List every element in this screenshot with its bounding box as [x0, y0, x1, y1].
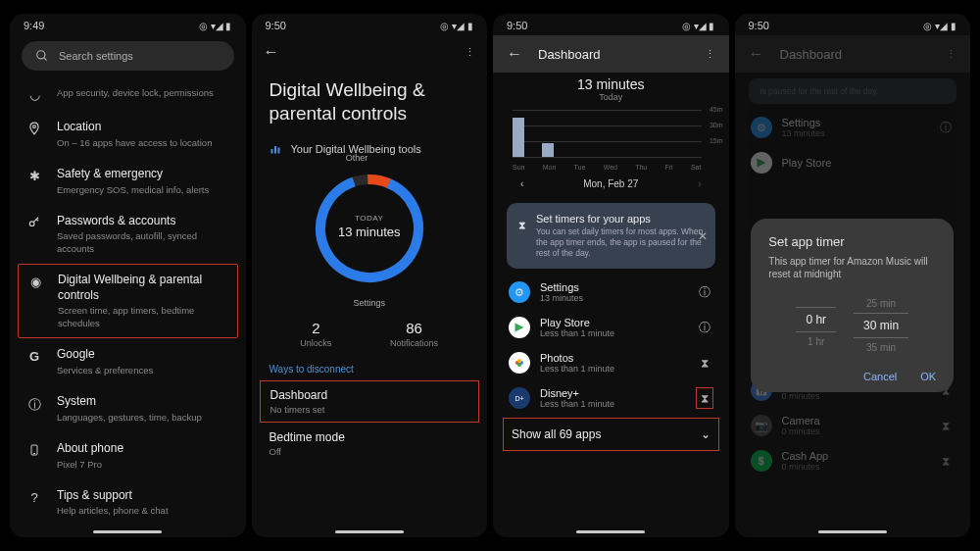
playstore-app-icon [509, 317, 530, 338]
phone-icon [25, 441, 43, 457]
weekly-chart[interactable]: 45m 30m 15m Sun Mon Tue Wed Thu Fri Sat [493, 104, 729, 171]
info-icon[interactable]: ⓘ [696, 320, 713, 336]
status-icons: ◎ ▾◢ ▮ [440, 21, 473, 31]
page-title: Digital Wellbeing & parental controls [252, 69, 488, 139]
dashboard-topbar: ← Dashboard ⋮ [493, 35, 729, 73]
chart-icon [270, 143, 281, 155]
nav-pill[interactable] [335, 530, 404, 533]
prev-day-icon[interactable]: ‹ [520, 178, 523, 189]
shield-icon: ◡ [25, 85, 43, 102]
google-icon: G [25, 347, 43, 364]
search-settings[interactable]: Search settings [22, 41, 234, 71]
screen-dashboard: 9:50 ◎ ▾◢ ▮ ← Dashboard ⋮ 13 minutes Tod… [493, 14, 729, 537]
svg-point-3 [29, 222, 34, 226]
topbar: ← ⋮ [252, 35, 488, 69]
info-icon[interactable]: ⓘ [696, 284, 713, 301]
status-bar: 9:50 ◎ ▾◢ ▮ [252, 14, 488, 35]
svg-point-0 [37, 51, 45, 59]
app-row-photos[interactable]: Photos Less than 1 minute ⧗ [493, 345, 729, 380]
close-icon[interactable]: ✕ [698, 229, 708, 243]
settings-item-wellbeing[interactable]: ◉ Digital Wellbeing & parental controls … [18, 264, 238, 338]
status-time: 9:49 [24, 20, 44, 31]
svg-point-2 [33, 125, 36, 128]
back-icon[interactable]: ← [507, 45, 522, 63]
settings-item-security[interactable]: ◡ App security, device lock, permissions [10, 76, 246, 111]
status-bar: 9:49 ◎ ▾◢ ▮ [10, 14, 246, 35]
summary: 13 minutes Today [493, 73, 729, 104]
hour-picker[interactable]: 0 hr 1 hr [796, 299, 836, 351]
next-day-icon[interactable]: › [698, 178, 701, 189]
hourglass-icon[interactable]: ⧗ [696, 356, 713, 370]
settings-item-support[interactable]: ? Tips & support Help articles, phone & … [10, 479, 246, 526]
dialog-title: Set app timer [768, 234, 936, 249]
hourglass-icon: ⧗ [518, 213, 526, 231]
status-time: 9:50 [507, 20, 527, 31]
hourglass-icon[interactable]: ⧗ [696, 387, 713, 409]
tools-header: Your Digital Wellbeing tools [252, 139, 488, 159]
photos-app-icon [509, 352, 530, 374]
key-icon [25, 214, 43, 229]
app-row-playstore[interactable]: Play Store Less than 1 minute ⓘ [493, 310, 729, 345]
ok-button[interactable]: OK [920, 371, 936, 382]
back-icon[interactable]: ← [264, 43, 279, 61]
svg-rect-6 [270, 149, 272, 154]
minute-picker[interactable]: 25 min 30 min 35 min [854, 294, 908, 357]
nav-pill[interactable] [576, 530, 645, 533]
date-nav: ‹ Mon, Feb 27 › [493, 171, 729, 197]
status-bar: 9:50 ◎ ▾◢ ▮ [735, 14, 971, 35]
location-icon [25, 120, 43, 135]
dialog-overlay: Set app timer This app timer for Amazon … [735, 73, 971, 537]
app-row-disney[interactable]: D+ Disney+ Less than 1 minute ⧗ [493, 380, 729, 416]
overflow-icon: ⋮ [946, 48, 956, 61]
overflow-icon[interactable]: ⋮ [705, 48, 715, 61]
status-icons: ◎ ▾◢ ▮ [923, 21, 956, 31]
bedtime-row[interactable]: Bedtime mode Off [252, 423, 488, 465]
support-icon: ? [25, 488, 43, 505]
status-bar: 9:50 ◎ ▾◢ ▮ [493, 14, 729, 35]
ways-to-disconnect: Ways to disconnect [252, 358, 488, 380]
dialog-body: This app timer for Amazon Music will res… [768, 255, 936, 280]
stat-notifications[interactable]: 86 Notifications [390, 320, 438, 348]
chevron-down-icon: ⌄ [701, 427, 710, 441]
search-placeholder: Search settings [59, 50, 133, 62]
dashboard-row[interactable]: Dashboard No timers set [260, 380, 480, 423]
back-icon: ← [749, 45, 764, 63]
status-icons: ◎ ▾◢ ▮ [199, 21, 232, 31]
dashboard-topbar: ← Dashboard ⋮ [735, 35, 971, 73]
status-time: 9:50 [749, 20, 769, 31]
nav-pill[interactable] [93, 530, 162, 533]
timer-tip-card: ⧗ Set timers for your apps You can set d… [507, 203, 715, 269]
status-icons: ◎ ▾◢ ▮ [682, 21, 715, 31]
settings-app-icon: ⚙ [509, 281, 530, 303]
settings-item-about[interactable]: About phone Pixel 7 Pro [10, 432, 246, 479]
search-icon [35, 49, 49, 63]
disney-app-icon: D+ [509, 387, 530, 409]
settings-item-location[interactable]: Location On – 16 apps have access to loc… [10, 111, 246, 158]
set-timer-dialog: Set app timer This app timer for Amazon … [751, 219, 954, 392]
usage-donut[interactable]: Other TODAY 13 minutes [252, 159, 488, 294]
stat-unlocks[interactable]: 2 Unlocks [300, 320, 331, 348]
settings-item-system[interactable]: ⓘ System Languages, gestures, time, back… [10, 385, 246, 432]
asterisk-icon: ✱ [25, 167, 43, 183]
screen-wellbeing: 9:50 ◎ ▾◢ ▮ ← ⋮ Digital Wellbeing & pare… [252, 14, 488, 537]
show-all-apps[interactable]: Show all 69 apps ⌄ [503, 418, 719, 451]
svg-line-1 [44, 58, 47, 61]
settings-item-passwords[interactable]: Passwords & accounts Saved passwords, au… [10, 205, 246, 264]
screen-settings: 9:49 ◎ ▾◢ ▮ Search settings ◡ App securi… [10, 14, 246, 537]
settings-item-safety[interactable]: ✱ Safety & emergency Emergency SOS, medi… [10, 158, 246, 205]
overflow-icon[interactable]: ⋮ [465, 46, 475, 59]
time-picker[interactable]: 0 hr 1 hr 25 min 30 min 35 min [768, 294, 936, 357]
svg-point-15 [517, 363, 521, 367]
screen-timer-dialog: 9:50 ◎ ▾◢ ▮ ← Dashboard ⋮ is paused for … [735, 14, 971, 537]
svg-point-14 [517, 359, 521, 363]
info-icon: ⓘ [25, 394, 43, 414]
cancel-button[interactable]: Cancel [863, 371, 897, 382]
settings-item-google[interactable]: G Google Services & preferences [10, 338, 246, 385]
svg-rect-7 [274, 146, 276, 154]
stats-row: 2 Unlocks 86 Notifications [252, 308, 488, 358]
svg-rect-8 [277, 147, 279, 153]
app-row-settings[interactable]: ⚙ Settings 13 minutes ⓘ [493, 275, 729, 310]
wellbeing-icon: ◉ [26, 273, 44, 289]
status-time: 9:50 [266, 20, 286, 31]
